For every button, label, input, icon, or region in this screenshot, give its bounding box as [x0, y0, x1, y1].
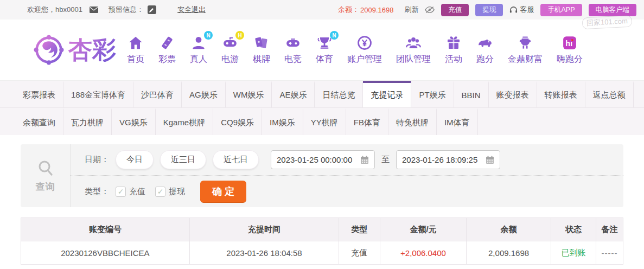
report-tabs: 彩票报表 188金宝博体育 沙巴体育 AG娱乐 WM娱乐 AE娱乐 日结总览 充…: [0, 80, 644, 135]
quick-range-pill[interactable]: 近三日: [160, 150, 206, 169]
nav-item[interactable]: 账户管理: [347, 35, 382, 65]
table-header-cell: 余额: [467, 218, 551, 241]
tab[interactable]: 账变报表: [489, 81, 537, 107]
tab[interactable]: 彩票报表: [15, 81, 63, 107]
topbar: 欢迎您，hbx0001 预留信息： 安全退出 余额： 2009.1698 刷新 …: [0, 0, 644, 20]
tab[interactable]: YY棋牌: [303, 108, 346, 135]
type-checkbox-label: 提现: [169, 187, 185, 197]
date-to-input[interactable]: 2023-01-26 18:09:25: [396, 150, 500, 169]
nav-item-label: 活动: [445, 54, 462, 65]
withdraw-button[interactable]: 提现: [475, 4, 503, 16]
nav-item-label: 真人: [190, 54, 207, 65]
tab[interactable]: PT娱乐: [411, 81, 454, 107]
account-coin-icon: [356, 35, 373, 51]
date-from-input[interactable]: 2023-01-25 00:00:00: [271, 150, 375, 169]
nav-item[interactable]: 跑分: [476, 35, 494, 65]
quick-range-pill[interactable]: 今日: [116, 150, 154, 169]
nav-badge: N: [204, 31, 213, 40]
tab[interactable]: 沙巴体育: [133, 81, 182, 107]
nav-item[interactable]: 金鼎财富: [508, 35, 543, 65]
query-panel-main: 日期： 今日 近三日 近七日 2023-01-25 00:00:00: [71, 144, 623, 207]
nav-item[interactable]: 活动: [445, 35, 462, 65]
nav-item-label: 电竞: [284, 54, 302, 65]
table-header-cell: 类型: [339, 218, 380, 241]
type-filter-row: 类型： 充值 提现 确 定: [71, 176, 623, 207]
date-from-value: 2023-01-25 00:00:00: [277, 155, 352, 164]
tab-row-1: 彩票报表 188金宝博体育 沙巴体育 AG娱乐 WM娱乐 AE娱乐 日结总览 充…: [0, 81, 644, 108]
logout-link[interactable]: 安全退出: [177, 5, 206, 15]
cell-record-id: 20230126VBBCHEICEA: [21, 241, 190, 265]
quick-range-pill[interactable]: 近七日: [213, 150, 259, 169]
table-body: 20230126VBBCHEICEA 2023-01-26 18:04:58 充…: [21, 241, 623, 265]
tab[interactable]: 日结总览: [315, 81, 363, 107]
edit-icon[interactable]: [148, 5, 156, 14]
nav-item-label: 账户管理: [347, 54, 382, 65]
tab[interactable]: CQ9娱乐: [213, 108, 262, 135]
tab[interactable]: 特兔棋牌: [388, 108, 437, 135]
nav-item[interactable]: 首页: [127, 35, 144, 65]
headset-icon: [509, 6, 518, 14]
query-filter-panel: 查询 日期： 今日 近三日 近七日 2023-01-25 00:00:00: [21, 144, 623, 207]
type-checkbox-group: 充值 提现: [116, 187, 185, 197]
main-content: 查询 日期： 今日 近三日 近七日 2023-01-25 00:00:00: [0, 144, 644, 265]
tab[interactable]: 余额查询: [15, 108, 63, 135]
chess-cards-icon: [253, 35, 270, 51]
nav-item[interactable]: 电竞: [284, 35, 302, 65]
tab[interactable]: 188金宝博体育: [63, 81, 133, 107]
date-to-value: 2023-01-26 18:09:25: [402, 155, 477, 164]
calendar-icon: [360, 156, 369, 164]
tab[interactable]: IM娱乐: [262, 108, 303, 135]
tab[interactable]: WM娱乐: [226, 81, 272, 107]
nav-item[interactable]: 团队管理: [396, 35, 431, 65]
eye-off-icon[interactable]: [425, 6, 435, 14]
refresh-button[interactable]: 刷新: [404, 5, 418, 15]
nav-item-label: 彩票: [158, 54, 176, 65]
nav-item-label: 电游: [221, 54, 239, 65]
team-people-icon: [405, 35, 422, 51]
nav-item[interactable]: N 真人: [190, 35, 207, 65]
tab-row-2: 余额查询 瓦力棋牌 VG娱乐 Kgame棋牌 CQ9娱乐 IM娱乐 YY棋牌 F…: [0, 108, 644, 135]
tab[interactable]: 充提记录: [363, 81, 411, 107]
customer-service-button[interactable]: 客服: [509, 5, 534, 15]
type-label: 类型：: [85, 187, 109, 197]
site-header: 杏彩 首页 彩票 N: [0, 20, 644, 80]
nav-item[interactable]: H 电游: [221, 35, 239, 65]
table-row: 20230126VBBCHEICEA 2023-01-26 18:04:58 充…: [21, 241, 623, 265]
tab[interactable]: 返点总额: [585, 81, 634, 107]
table-header-cell: 金额/元: [380, 218, 467, 241]
jinding-wealth-icon: [517, 35, 533, 51]
tab[interactable]: Kgame棋牌: [156, 108, 214, 135]
calendar-icon: [486, 156, 494, 164]
type-checkbox[interactable]: 提现: [155, 187, 185, 197]
table-header-cell: 账变编号: [21, 218, 190, 241]
table-header-cell: 备注: [596, 218, 623, 241]
nav-item[interactable]: 彩票: [158, 35, 176, 65]
pc-client-button[interactable]: 电脑客户端: [589, 4, 637, 16]
nav-item-label: 金鼎财富: [508, 54, 543, 65]
tab[interactable]: VG娱乐: [112, 108, 156, 135]
nav-item[interactable]: 棋牌: [253, 35, 270, 65]
type-checkbox-label: 充值: [129, 187, 145, 197]
tab[interactable]: AG娱乐: [182, 81, 226, 107]
welcome-text: 欢迎您，hbx0001: [27, 5, 82, 15]
brand-logo[interactable]: 杏彩: [34, 35, 116, 65]
type-checkbox[interactable]: 充值: [116, 187, 145, 197]
quick-range-group: 今日 近三日 近七日: [116, 150, 259, 169]
nav-item[interactable]: N 体育: [316, 35, 333, 65]
tab[interactable]: 转账报表: [537, 81, 585, 107]
tab[interactable]: FB体育: [346, 108, 388, 135]
tab[interactable]: BBIN: [454, 81, 489, 107]
tab[interactable]: 瓦力棋牌: [63, 108, 112, 135]
nav-item-label: 棋牌: [253, 54, 270, 65]
envelope-icon[interactable]: [90, 7, 98, 13]
table-header-cell: 状态: [551, 218, 596, 241]
table-header-cell: 充提时间: [189, 218, 339, 241]
mobile-app-button[interactable]: 手机APP: [540, 4, 582, 16]
nav-item[interactable]: hi 嗨跑分: [557, 35, 583, 65]
tab[interactable]: AE娱乐: [272, 81, 315, 107]
deposit-button[interactable]: 充值: [441, 4, 469, 16]
date-to-label: 至: [381, 155, 390, 165]
tab[interactable]: IM体育: [437, 108, 478, 135]
balance-value: 2009.1698: [360, 6, 393, 14]
confirm-button[interactable]: 确 定: [200, 181, 246, 202]
